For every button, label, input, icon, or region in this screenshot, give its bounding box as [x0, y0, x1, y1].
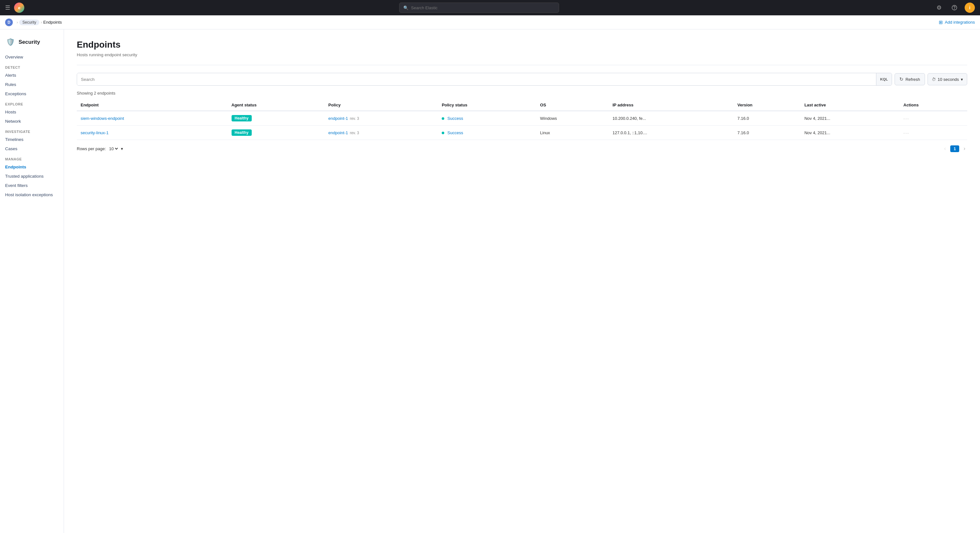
sidebar-item-overview[interactable]: Overview: [0, 52, 64, 62]
hamburger-menu-button[interactable]: ☰: [5, 4, 10, 11]
endpoint-link-0[interactable]: siem-windows-endpoint: [81, 116, 124, 121]
endpoint-link-1[interactable]: security-linux-1: [81, 130, 108, 135]
col-header-endpoint: Endpoint: [77, 99, 228, 111]
toolbar: KQL ↻ Refresh ⏱ 10 seconds ▾: [77, 73, 967, 86]
cell-agent-status-1: Healthy: [228, 125, 325, 140]
cell-os-1: Linux: [536, 125, 609, 140]
sidebar-item-cases[interactable]: Cases: [0, 144, 64, 153]
rows-per-page-label: Rows per page:: [77, 146, 106, 151]
col-header-version: Version: [734, 99, 800, 111]
time-interval-button[interactable]: ⏱ 10 seconds ▾: [928, 73, 967, 85]
search-input[interactable]: [77, 73, 876, 85]
rows-dropdown-arrow: ▾: [121, 146, 123, 151]
breadcrumb-separator-0: ›: [17, 20, 18, 25]
next-page-button[interactable]: ›: [962, 145, 967, 152]
sidebar-section-detect: Detect: [0, 62, 64, 71]
cell-policy-status-1: Success: [438, 125, 536, 140]
cell-policy-1: endpoint-1 rev. 3: [325, 125, 438, 140]
endpoints-breadcrumb-label: Endpoints: [43, 20, 62, 25]
sidebar-item-rules[interactable]: Rules: [0, 80, 64, 89]
breadcrumb-security[interactable]: Security: [19, 19, 39, 25]
sidebar-item-trusted-applications[interactable]: Trusted applications: [0, 171, 64, 181]
cell-last-active-1: Nov 4, 2021...: [800, 125, 900, 140]
sidebar-item-hosts[interactable]: Hosts: [0, 107, 64, 117]
cell-policy-status-0: Success: [438, 111, 536, 125]
sidebar-item-network[interactable]: Network: [0, 117, 64, 126]
table-row: security-linux-1 Healthy endpoint-1 rev.…: [77, 125, 967, 140]
time-label: 10 seconds: [938, 77, 959, 82]
col-header-os: OS: [536, 99, 609, 111]
global-search-input[interactable]: [411, 5, 555, 10]
clock-icon: ⏱: [932, 77, 936, 82]
current-page-number: 1: [950, 145, 959, 152]
sidebar-title: Security: [19, 39, 40, 45]
search-field-wrap: KQL: [77, 73, 892, 86]
add-integrations-label: Add integrations: [945, 20, 975, 25]
col-header-policy-status: Policy status: [438, 99, 536, 111]
sidebar-item-host-isolation-exceptions[interactable]: Host isolation exceptions: [0, 190, 64, 199]
status-dot-0: [442, 117, 444, 120]
security-breadcrumb-tag[interactable]: Security: [19, 19, 39, 25]
refresh-button[interactable]: ↻ Refresh: [895, 73, 925, 85]
sidebar-header: 🛡️ Security: [0, 35, 64, 52]
policy-link-1[interactable]: endpoint-1: [328, 130, 348, 135]
add-integrations-button[interactable]: ⊞ Add integrations: [939, 19, 975, 25]
actions-menu-button-1[interactable]: ···: [904, 130, 910, 135]
page-subtitle: Hosts running endpoint security: [77, 52, 967, 57]
col-header-last-active: Last active: [800, 99, 900, 111]
policy-status-value-0: Success: [447, 116, 463, 121]
elastic-logo[interactable]: e: [14, 3, 24, 13]
cell-policy-0: endpoint-1 rev. 3: [325, 111, 438, 125]
cell-last-active-0: Nov 4, 2021...: [800, 111, 900, 125]
elastic-logo-icon: e: [14, 3, 24, 13]
breadcrumb-separator-1: ›: [41, 20, 42, 25]
policy-link-0[interactable]: endpoint-1: [328, 116, 348, 121]
cell-endpoint-1: security-linux-1: [77, 125, 228, 140]
support-icon-button[interactable]: [949, 3, 959, 13]
security-shield-icon: 🛡️: [5, 37, 15, 47]
sidebar: 🛡️ Security Overview Detect Alerts Rules…: [0, 29, 64, 533]
sidebar-section-manage: Manage: [0, 153, 64, 162]
sidebar-section-investigate: Investigate: [0, 126, 64, 135]
cell-agent-status-0: Healthy: [228, 111, 325, 125]
sidebar-item-event-filters[interactable]: Event filters: [0, 181, 64, 190]
user-initial-badge: D: [5, 19, 13, 26]
chevron-down-icon: ▾: [961, 77, 963, 82]
top-navigation: ☰ e 🔍 ⚙ i: [0, 0, 980, 15]
showing-label: Showing 2 endpoints: [77, 91, 967, 95]
table-row: siem-windows-endpoint Healthy endpoint-1…: [77, 111, 967, 125]
main-content: Endpoints Hosts running endpoint securit…: [64, 29, 980, 533]
user-avatar[interactable]: i: [965, 3, 975, 13]
policy-rev-0: rev. 3: [350, 116, 359, 121]
col-header-actions: Actions: [900, 99, 967, 111]
endpoints-table: Endpoint Agent status Policy Policy stat…: [77, 99, 967, 140]
rows-per-page-select[interactable]: 10 25 50: [108, 146, 119, 151]
cell-ip-0: 10.200.0.240, fe...: [609, 111, 734, 125]
sidebar-item-alerts[interactable]: Alerts: [0, 71, 64, 80]
actions-menu-button-0[interactable]: ···: [904, 116, 910, 121]
status-dot-1: [442, 132, 444, 134]
cell-version-0: 7.16.0: [734, 111, 800, 125]
main-layout: 🛡️ Security Overview Detect Alerts Rules…: [0, 29, 980, 533]
table-header-row: Endpoint Agent status Policy Policy stat…: [77, 99, 967, 111]
home-icon-button[interactable]: D: [5, 19, 13, 26]
cell-actions-0: ···: [900, 111, 967, 125]
sidebar-item-endpoints[interactable]: Endpoints: [0, 162, 64, 171]
breadcrumb-endpoints: Endpoints: [43, 20, 62, 25]
sidebar-item-timelines[interactable]: Timelines: [0, 135, 64, 144]
global-search-bar[interactable]: 🔍: [399, 3, 559, 13]
settings-icon-button[interactable]: ⚙: [934, 3, 944, 13]
sidebar-item-exceptions[interactable]: Exceptions: [0, 89, 64, 98]
rows-per-page-control[interactable]: Rows per page: 10 25 50 ▾: [77, 146, 123, 151]
breadcrumb-bar: D › Security › Endpoints ⊞ Add integrati…: [0, 15, 980, 29]
col-header-ip-address: IP address: [609, 99, 734, 111]
search-icon: 🔍: [403, 5, 409, 10]
prev-page-button[interactable]: ‹: [942, 145, 948, 152]
add-integrations-icon: ⊞: [939, 19, 943, 25]
pagination-bar: Rows per page: 10 25 50 ▾ ‹ 1 ›: [77, 145, 967, 152]
cell-version-1: 7.16.0: [734, 125, 800, 140]
col-header-policy: Policy: [325, 99, 438, 111]
kql-button[interactable]: KQL: [876, 73, 892, 85]
cell-actions-1: ···: [900, 125, 967, 140]
cell-ip-1: 127.0.0.1, ::1,10....: [609, 125, 734, 140]
